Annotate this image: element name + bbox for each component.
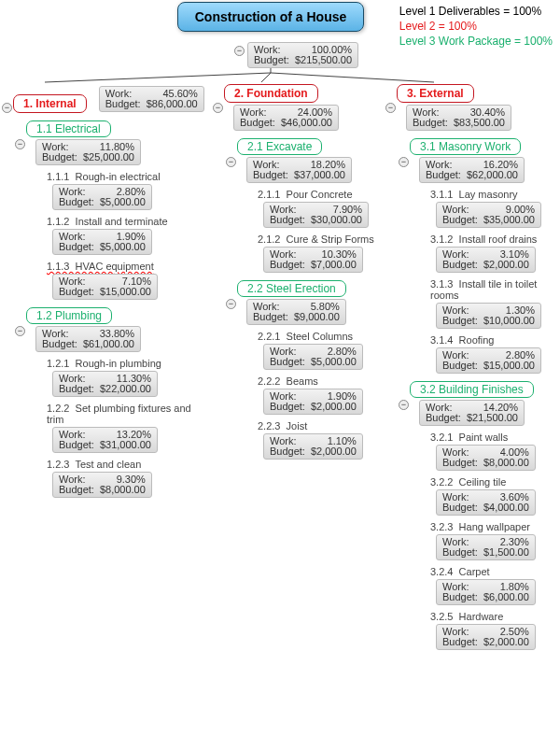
- toggle-icon[interactable]: −: [15, 139, 25, 149]
- level3-label: 3.2.1 Paint walls: [430, 432, 560, 443]
- level2-label: 3.2 Building Finishes: [410, 381, 534, 398]
- root-title: Construction of a House: [177, 2, 364, 32]
- level2-label: 1.1 Electrical: [26, 120, 111, 137]
- legend-l2: Level 2 = 100%: [399, 19, 553, 34]
- level3-node: 3.2.2 Ceiling tile Work:3.60% Budget:$4,…: [427, 476, 560, 516]
- level3-node: 1.2.2 Set plumbing fixtures and trim Wor…: [43, 403, 204, 453]
- level3-label: 3.1.3 Install tile in toilet rooms: [430, 278, 560, 301]
- level3-label: 3.2.2 Ceiling tile: [430, 476, 560, 488]
- level1-node: 1. Internal − Work:45.60% Budget:$86,000…: [13, 84, 204, 113]
- data-box: Work:45.60% Budget:$86,000.00: [99, 86, 204, 112]
- level3-label: 3.2.5 Hardware: [430, 611, 560, 622]
- data-box: Work:16.20% Budget:$62,000.00: [419, 157, 525, 183]
- level3-node: 3.1.2 Install roof drains Work:3.10% Bud…: [427, 234, 560, 273]
- level2-node: 3.2 Building Finishes − Work:14.20% Budg…: [410, 381, 560, 650]
- level2-label: 2.1 Excavate: [237, 138, 322, 155]
- level3-label: 1.2.1 Rough-in plumbing: [47, 358, 204, 369]
- level3-node: 2.1.1 Pour Concrete Work:7.90% Budget:$3…: [254, 189, 387, 228]
- data-box: Work:2.30% Budget:$1,500.00: [436, 534, 536, 560]
- data-box: Work:2.80% Budget:$5,000.00: [263, 344, 363, 370]
- level3-node: 3.1.4 Roofing Work:2.80% Budget:$15,000.…: [427, 334, 560, 374]
- data-box: Work:10.30% Budget:$7,000.00: [263, 247, 363, 273]
- level3-node: 1.1.3 HVAC equipment Work:7.10% Budget:$…: [43, 261, 204, 300]
- level1-label: 2. Foundation: [224, 84, 318, 103]
- level3-label: 2.2.3 Joist: [258, 420, 387, 432]
- level3-node: 2.2.1 Steel Columns Work:2.80% Budget:$5…: [254, 331, 387, 370]
- level3-node: 1.2.3 Test and clean Work:9.30% Budget:$…: [43, 459, 204, 498]
- level2-label: 2.2 Steel Erection: [237, 280, 346, 297]
- level3-node: 3.2.1 Paint walls Work:4.00% Budget:$8,0…: [427, 432, 560, 471]
- data-box: Work:7.90% Budget:$30,000.00: [263, 202, 369, 228]
- level2-node: 2.2 Steel Erection − Work:5.80% Budget:$…: [237, 280, 387, 460]
- column-internal: 1. Internal − Work:45.60% Budget:$86,000…: [13, 84, 204, 498]
- toggle-icon[interactable]: −: [2, 103, 12, 113]
- level3-label: 2.2.2 Beams: [258, 375, 387, 387]
- data-box: Work:30.40% Budget:$83,500.00: [406, 105, 511, 131]
- toggle-icon[interactable]: −: [15, 326, 25, 336]
- level3-label: 2.2.1 Steel Columns: [258, 331, 387, 342]
- data-box: Work:14.20% Budget:$21,500.00: [419, 400, 525, 426]
- data-box: Work:11.80% Budget:$25,000.00: [35, 139, 141, 165]
- data-box: Work:1.90% Budget:$2,000.00: [263, 389, 363, 415]
- data-box: Work:9.30% Budget:$8,000.00: [52, 472, 152, 498]
- level3-label: 2.1.2 Cure & Strip Forms: [258, 234, 387, 245]
- data-box: Work:2.50% Budget:$2,000.00: [436, 624, 536, 650]
- data-box: Work:1.30% Budget:$10,000.00: [436, 303, 541, 329]
- level3-label: 3.1.4 Roofing: [430, 334, 560, 346]
- level1-node: 3. External − Work:30.40% Budget:$83,500…: [397, 84, 560, 131]
- level1-label: 1. Internal: [13, 94, 87, 113]
- level3-node: 2.2.3 Joist Work:1.10% Budget:$2,000.00: [254, 420, 387, 460]
- toggle-icon[interactable]: −: [213, 103, 223, 113]
- level3-node: 2.2.2 Beams Work:1.90% Budget:$2,000.00: [254, 375, 387, 415]
- data-box: Work:24.00% Budget:$46,000.00: [233, 105, 339, 131]
- level3-label: 1.2.2 Set plumbing fixtures and trim: [47, 403, 204, 425]
- level2-label: 3.1 Masonry Work: [410, 138, 521, 155]
- column-foundation: 2. Foundation − Work:24.00% Budget:$46,0…: [224, 84, 387, 460]
- level3-label: 3.1.2 Install roof drains: [430, 234, 560, 245]
- legend-l3: Level 3 Work Package = 100%: [399, 34, 553, 49]
- toggle-icon[interactable]: −: [226, 157, 236, 167]
- level3-label: 3.1.1 Lay masonry: [430, 189, 560, 200]
- level3-node: 1.2.1 Rough-in plumbing Work:11.30% Budg…: [43, 358, 204, 397]
- data-box: Work:13.20% Budget:$31,000.00: [52, 427, 158, 453]
- data-box: Work:1.90% Budget:$5,000.00: [52, 229, 152, 255]
- level3-node: 3.1.3 Install tile in toilet rooms Work:…: [427, 278, 560, 329]
- level2-label: 1.2 Plumbing: [26, 307, 112, 324]
- data-box: Work:33.80% Budget:$61,000.00: [35, 326, 141, 352]
- root-data: Work:100.00% Budget:$215,500.00: [247, 42, 358, 68]
- column-external: 3. External − Work:30.40% Budget:$83,500…: [397, 84, 560, 650]
- level2-node: 1.1 Electrical − Work:11.80% Budget:$25,…: [26, 120, 204, 300]
- data-box: Work:9.00% Budget:$35,000.00: [436, 202, 541, 228]
- data-box: Work:7.10% Budget:$15,000.00: [52, 274, 158, 300]
- toggle-icon[interactable]: −: [234, 46, 245, 56]
- toggle-icon[interactable]: −: [399, 157, 409, 167]
- data-box: Work:11.30% Budget:$22,000.00: [52, 371, 158, 397]
- level3-label: 1.2.3 Test and clean: [47, 459, 204, 470]
- level3-node: 1.1.1 Rough-in electrical Work:2.80% Bud…: [43, 171, 204, 210]
- data-box: Work:1.10% Budget:$2,000.00: [263, 433, 363, 460]
- toggle-icon[interactable]: −: [226, 299, 236, 309]
- level1-node: 2. Foundation − Work:24.00% Budget:$46,0…: [224, 84, 387, 131]
- data-box: Work:18.20% Budget:$37,000.00: [246, 157, 352, 183]
- data-box: Work:4.00% Budget:$8,000.00: [436, 445, 536, 471]
- legend-l1: Level 1 Deliverables = 100%: [399, 4, 553, 19]
- level2-node: 2.1 Excavate − Work:18.20% Budget:$37,00…: [237, 138, 387, 273]
- level3-node: 1.1.2 Install and terminate Work:1.90% B…: [43, 216, 204, 255]
- level3-label: 2.1.1 Pour Concrete: [258, 189, 387, 200]
- level3-label: 1.1.3 HVAC equipment: [47, 261, 204, 272]
- data-box: Work:2.80% Budget:$15,000.00: [436, 347, 541, 374]
- level3-node: 3.2.5 Hardware Work:2.50% Budget:$2,000.…: [427, 611, 560, 650]
- data-box: Work:1.80% Budget:$6,000.00: [436, 579, 536, 605]
- level3-label: 3.2.4 Carpet: [430, 566, 560, 577]
- level3-label: 1.1.2 Install and terminate: [47, 216, 204, 227]
- data-box: Work:5.80% Budget:$9,000.00: [246, 299, 346, 325]
- toggle-icon[interactable]: −: [385, 103, 396, 113]
- toggle-icon[interactable]: −: [399, 400, 409, 410]
- data-box: Work:3.10% Budget:$2,000.00: [436, 247, 536, 273]
- legend: Level 1 Deliverables = 100% Level 2 = 10…: [399, 4, 553, 49]
- level2-node: 3.1 Masonry Work − Work:16.20% Budget:$6…: [410, 138, 560, 374]
- level3-node: 2.1.2 Cure & Strip Forms Work:10.30% Bud…: [254, 234, 387, 273]
- level3-label: 1.1.1 Rough-in electrical: [47, 171, 204, 182]
- level3-node: 3.2.3 Hang wallpaper Work:2.30% Budget:$…: [427, 521, 560, 560]
- level3-label: 3.2.3 Hang wallpaper: [430, 521, 560, 532]
